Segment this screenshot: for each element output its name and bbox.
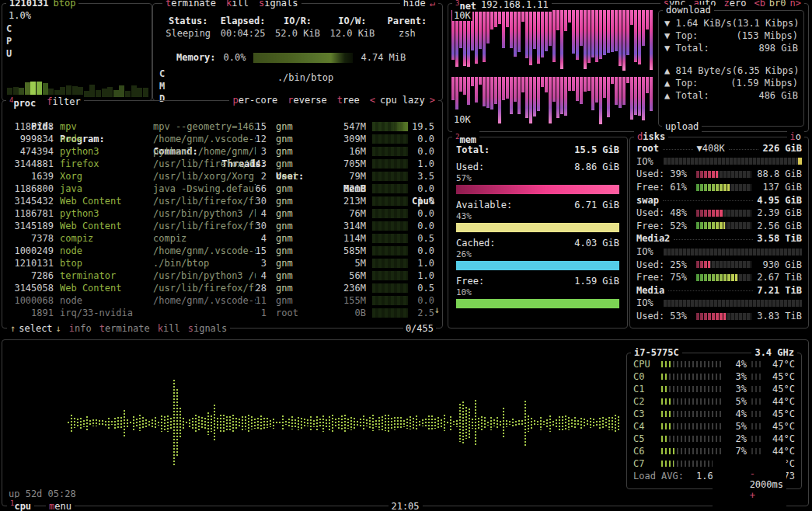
table-row[interactable]: 3144881firefox/usr/lib/firefox/fi143gnm7… <box>9 158 436 170</box>
disk-name: Media2 <box>636 232 670 245</box>
mem-box-title[interactable]: 2mem <box>455 131 476 145</box>
net-address: 192.168.1.11 <box>481 0 549 10</box>
iface-next-button[interactable]: n> <box>790 0 801 9</box>
signals-footer-button[interactable]: signals <box>188 323 228 334</box>
download-stat-value: (13.1 Kibps) <box>732 17 800 30</box>
table-row[interactable]: 1000068node/home/gnm/.vscode-s11gnm155M0… <box>9 294 436 307</box>
load-avg-label: Load AVG: <box>633 471 684 481</box>
proc-cpu-percent: 0.0 <box>408 133 434 145</box>
cpu-box-title[interactable]: 1cpu <box>10 498 31 511</box>
disk-used-meter <box>696 171 751 178</box>
menu-button[interactable]: menu <box>49 501 71 511</box>
proc-cpu-percent: 1.0 <box>408 269 434 282</box>
table-row[interactable]: 1210131btop./bin/btop3gnm5M1.0 <box>9 257 436 269</box>
proc-user: gnm <box>276 257 322 269</box>
refresh-increase-button[interactable]: + <box>750 490 755 501</box>
table-row[interactable]: 1000249node/home/gnm/.vscode-s15gnm585M0… <box>9 245 436 257</box>
proc-user: gnm <box>276 294 322 307</box>
iface-prev-button[interactable]: <b <box>754 0 765 9</box>
info-button[interactable]: info <box>69 323 92 334</box>
table-row[interactable]: 7286terminator/usr/bin/python3 /u4gnm56M… <box>9 269 436 282</box>
kill-button[interactable]: kill <box>226 0 249 9</box>
core-temp-graph <box>751 361 761 367</box>
btop-app: 1210131 btop 1.0% CPU terminate kill sig… <box>0 0 812 511</box>
proc-box-title[interactable]: 4proc <box>9 95 36 109</box>
proc-mem: 213M <box>322 195 366 207</box>
disk-used-label: Used: 25% <box>636 259 692 271</box>
reverse-toggle[interactable]: reverse <box>288 95 327 106</box>
core-label: C6 <box>633 446 661 457</box>
disks-box-title[interactable]: disks <box>637 131 665 142</box>
table-row[interactable]: 1186781python3/usr/bin/python3 /h4gnm76M… <box>9 207 436 220</box>
disk-io-label: IO% <box>636 245 660 258</box>
core-usage-meter <box>661 436 723 442</box>
detail-field: IO/R:52.0 KiB <box>270 15 325 40</box>
disk-io-meter <box>664 158 802 165</box>
kill-footer-button[interactable]: kill <box>158 323 180 334</box>
arrow-down-icon[interactable]: ↓ <box>56 323 61 334</box>
arrow-up-icon[interactable]: ↑ <box>10 323 16 334</box>
refresh-decrease-button[interactable]: - <box>750 468 755 479</box>
terminate-footer-button[interactable]: terminate <box>99 323 150 334</box>
table-row[interactable]: 7378compizcompiz4gnm114M0.5 <box>9 232 436 245</box>
mem-section-used: Used:8.86 GiB57% <box>456 161 619 194</box>
cpu-frequency: 3.4 GHz <box>754 347 794 358</box>
process-detail-info-box: terminate kill signals hide ↵ Status:Sle… <box>152 3 443 101</box>
disk-io-row: IO% <box>636 245 802 259</box>
table-row[interactable]: 3145189Web Content/usr/lib/firefox/fi30g… <box>9 220 436 232</box>
net-zero-button[interactable]: zero <box>723 0 746 9</box>
proc-cpu-graph <box>372 172 408 181</box>
proc-pid: 7286 <box>9 269 54 282</box>
mem-percent: 26% <box>456 249 619 260</box>
scroll-down-icon[interactable]: ↓ <box>434 304 440 315</box>
detail-field: IO/W:12.0 KiB <box>325 15 379 40</box>
io-mode-toggle[interactable]: io <box>790 131 801 142</box>
sort-prev-icon[interactable]: < <box>370 95 375 106</box>
proc-cpu-percent: 2.5 <box>408 307 434 319</box>
mem-label: Free: <box>456 275 484 287</box>
table-row[interactable]: 3145432Web Content/usr/lib/firefox/fi30g… <box>9 195 436 207</box>
sort-next-icon[interactable]: > <box>430 95 435 106</box>
table-row[interactable]: 474394python3python3 /home/gnm/b3gnm16M0… <box>9 145 436 158</box>
table-row[interactable]: 999834node/home/gnm/.vscode-s12gnm309M0.… <box>9 133 436 145</box>
table-row[interactable]: 3145058Web Content/usr/lib/firefox/fi28g… <box>9 282 436 294</box>
core-label: C2 <box>633 396 661 407</box>
download-stat-row: ▼ 1.64 KiB/s(13.1 Kibps) <box>664 17 798 30</box>
proc-cpu-percent: 1.0 <box>408 195 434 207</box>
hide-button[interactable]: hide ↵ <box>400 0 438 9</box>
cpu-core-row: C52%44°C <box>633 433 795 445</box>
disk-used-row: Used: 48%2.39 GiB <box>636 207 802 220</box>
proc-mem: 547M <box>322 120 366 133</box>
table-row[interactable]: 1186800javajava -Dswing.defaul66gnm621M0… <box>9 182 436 195</box>
net-box-title[interactable]: 3net <box>455 0 476 12</box>
proc-mem: 56M <box>322 269 366 282</box>
cpu-core-row: C25%44°C <box>633 395 795 408</box>
table-row[interactable]: 1186798mpvmpv --geometry=146215gnm547M19… <box>9 120 436 133</box>
disk-io-meter <box>664 249 802 255</box>
download-stat-value: 898 GiB <box>758 42 798 54</box>
core-label: C0 <box>633 371 661 382</box>
refresh-value: 2000ms <box>750 479 783 490</box>
select-control[interactable]: ↑ select ↓ <box>10 323 61 334</box>
signals-button[interactable]: signals <box>259 0 298 9</box>
core-temp-value: 47°C <box>765 359 795 370</box>
sort-selector[interactable]: < cpu lazy > <box>370 95 435 106</box>
detail-field-label: Parent: <box>380 15 434 27</box>
table-row[interactable]: 1639Xorg/usr/lib/xorg/Xorg2root79M3.5 <box>9 170 436 182</box>
proc-program: java <box>60 182 152 195</box>
filter-button[interactable]: filter <box>47 96 80 107</box>
core-usage-meter <box>661 398 723 405</box>
proc-cpu-percent: 0.0 <box>408 245 434 257</box>
upload-stat-label: ▲ Total: <box>664 89 709 102</box>
disks-list: root▼408K226 GiBIO%Used: 39%88.8 GiBFree… <box>636 142 802 322</box>
cpu-usage-graph <box>68 371 622 477</box>
disks-box: disks io root▼408K226 GiBIO%Used: 39%88.… <box>629 137 809 328</box>
per-core-toggle[interactable]: per-core <box>232 95 277 106</box>
proc-mem: 16M <box>322 145 366 158</box>
refresh-control: - 2000ms + <box>713 457 786 511</box>
download-graph <box>451 10 655 71</box>
table-row[interactable]: 1891irq/33-nvidia1root0B2.5 <box>9 307 436 319</box>
terminate-button[interactable]: terminate <box>166 0 216 9</box>
tree-toggle[interactable]: tree <box>337 95 360 106</box>
proc-cpu-percent: 0.5 <box>408 232 434 245</box>
